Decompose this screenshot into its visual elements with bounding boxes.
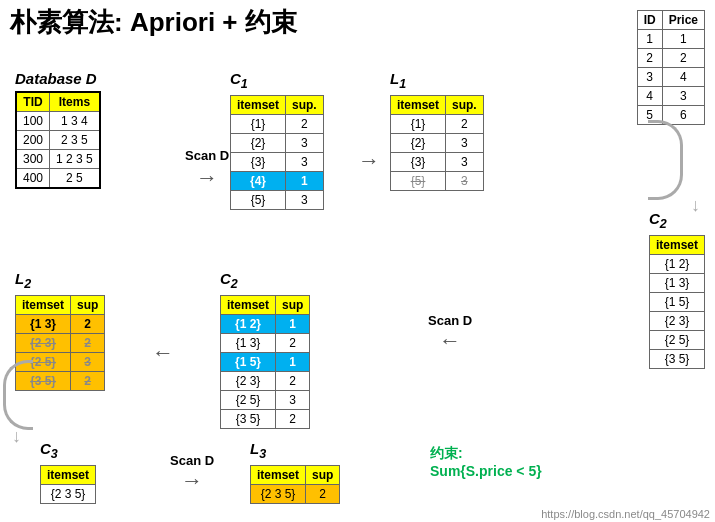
c3-cell: {2 3 5} (41, 485, 96, 504)
c2-right-cell: {2 5} (649, 331, 704, 350)
constraint-label: 约束: (430, 445, 542, 463)
l1-header-itemset: itemset (391, 96, 446, 115)
l2-cell: 3 (71, 353, 105, 372)
l3-section: L3 itemset sup {2 3 5}2 (250, 440, 340, 504)
c2-left-cell: {3 5} (221, 410, 276, 429)
db-cell: 1 3 4 (50, 112, 100, 131)
db-cell: 400 (16, 169, 50, 189)
c2-left-cell: {2 3} (221, 372, 276, 391)
c1-cell: {3} (231, 153, 286, 172)
page-title: 朴素算法: Apriori + 约束 (10, 5, 297, 40)
c2-right-cell: {2 3} (649, 312, 704, 331)
l3-table: itemset sup {2 3 5}2 (250, 465, 340, 504)
down-arrow-left: ↓ (12, 426, 21, 447)
id-price-cell: 2 (662, 49, 704, 68)
c1-cell: 2 (286, 115, 324, 134)
db-cell: 2 3 5 (50, 131, 100, 150)
id-price-table: ID Price 1122344356 (637, 10, 705, 125)
id-price-cell: 3 (662, 87, 704, 106)
database-section: Database D TID Items 1001 3 42002 3 5300… (15, 70, 101, 189)
c1-header-sup: sup. (286, 96, 324, 115)
c2-right-label: C2 (649, 210, 705, 231)
l2-cell: 2 (71, 315, 105, 334)
id-price-cell: 2 (637, 49, 662, 68)
l1-cell: {1} (391, 115, 446, 134)
c1-header-itemset: itemset (231, 96, 286, 115)
l2-header-itemset: itemset (16, 296, 71, 315)
c2-left-cell: 2 (276, 410, 310, 429)
c1-cell: {5} (231, 191, 286, 210)
c1-table: itemset sup. {1}2{2}3{3}3{4}1{5}3 (230, 95, 324, 210)
c2-left-cell: 2 (276, 372, 310, 391)
c2-right-header-itemset: itemset (649, 236, 704, 255)
l1-cell: 3 (446, 153, 484, 172)
c2-left-cell: 2 (276, 334, 310, 353)
l3-label: L3 (250, 440, 340, 461)
scan-d-2-arrow: ← (428, 328, 472, 354)
scan-d-3-label: Scan D (170, 453, 214, 468)
c1-cell: {4} (231, 172, 286, 191)
curved-arrow-right-top (648, 120, 683, 200)
c1-cell: 3 (286, 134, 324, 153)
c2-left-cell: {1 5} (221, 353, 276, 372)
l1-label: L1 (390, 70, 484, 91)
c3-label: C3 (40, 440, 96, 461)
l2-header-sup: sup (71, 296, 105, 315)
id-price-section: ID Price 1122344356 (637, 10, 705, 125)
c2-left-table: itemset sup {1 2}1{1 3}2{1 5}1{2 3}2{2 5… (220, 295, 310, 429)
scan-d-1-label: Scan D (185, 148, 229, 163)
id-price-cell: 4 (662, 68, 704, 87)
id-price-header-price: Price (662, 11, 704, 30)
c1-l1-arrow: → (358, 148, 380, 174)
l1-cell: {2} (391, 134, 446, 153)
c1-cell: 3 (286, 153, 324, 172)
l3-cell: 2 (306, 485, 340, 504)
l1-section: L1 itemset sup. {1}2{2}3{3}3{5}3 (390, 70, 484, 191)
l2-cell: {2 3} (16, 334, 71, 353)
constraint-expr: Sum{S.price < 5} (430, 463, 542, 479)
c2-left-cell: {1 3} (221, 334, 276, 353)
l2-cell: 2 (71, 372, 105, 391)
l2-cell: 2 (71, 334, 105, 353)
c3-header-itemset: itemset (41, 466, 96, 485)
constraint-section: 约束: Sum{S.price < 5} (430, 445, 542, 479)
c1-cell: {1} (231, 115, 286, 134)
l1-table: itemset sup. {1}2{2}3{3}3{5}3 (390, 95, 484, 191)
c2-left-cell: 1 (276, 315, 310, 334)
db-cell: 300 (16, 150, 50, 169)
db-header-tid: TID (16, 92, 50, 112)
c2-left-cell: 3 (276, 391, 310, 410)
db-cell: 100 (16, 112, 50, 131)
c2-left-cell: {2 5} (221, 391, 276, 410)
l1-cell: 3 (446, 134, 484, 153)
c1-cell: 3 (286, 191, 324, 210)
c2-left-cell: 1 (276, 353, 310, 372)
database-label: Database D (15, 70, 101, 87)
c2-right-cell: {1 5} (649, 293, 704, 312)
c2-left-header-sup: sup (276, 296, 310, 315)
c1-cell: {2} (231, 134, 286, 153)
c2-right-cell: {1 3} (649, 274, 704, 293)
scan-d-1-section: Scan D → (185, 148, 229, 191)
id-price-cell: 1 (662, 30, 704, 49)
c2-right-table: itemset {1 2}{1 3}{1 5}{2 3}{2 5}{3 5} (649, 235, 705, 369)
c3-section: C3 itemset {2 3 5} (40, 440, 96, 504)
id-price-cell: 4 (637, 87, 662, 106)
c2-right-cell: {1 2} (649, 255, 704, 274)
c2-right-section: C2 itemset {1 2}{1 3}{1 5}{2 3}{2 5}{3 5… (649, 210, 705, 369)
c2-left-cell: {1 2} (221, 315, 276, 334)
l1-cell: 3 (446, 172, 484, 191)
c1-section: C1 itemset sup. {1}2{2}3{3}3{4}1{5}3 (230, 70, 324, 210)
c2-left-label: C2 (220, 270, 310, 291)
scan-d-2-label: Scan D (428, 313, 472, 328)
l1-cell: {5} (391, 172, 446, 191)
c3-table: itemset {2 3 5} (40, 465, 96, 504)
curved-arrow-left-bottom (3, 360, 33, 430)
l1-cell: {3} (391, 153, 446, 172)
db-header-items: Items (50, 92, 100, 112)
l3-cell: {2 3 5} (251, 485, 306, 504)
scan-d-2-section: Scan D ← (428, 313, 472, 354)
c1-cell: 1 (286, 172, 324, 191)
id-price-header-id: ID (637, 11, 662, 30)
c2-l2-arrow: ← (152, 340, 174, 366)
